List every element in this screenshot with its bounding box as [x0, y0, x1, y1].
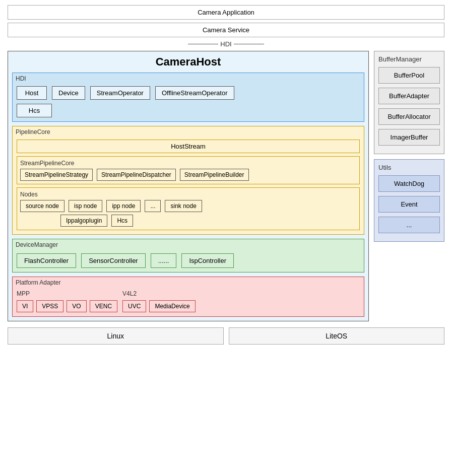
- liteos-box: LiteOS: [229, 327, 445, 345]
- nodes-sub-row: Ippalgoplugin Hcs: [60, 215, 356, 227]
- host-stream-box: HostStream: [17, 140, 360, 153]
- pipeline-core-box: PipelineCore HostStream StreamPipelineCo…: [12, 126, 364, 235]
- source-node: source node: [20, 200, 64, 212]
- mpp-items-row: VI VPSS VO VENC: [17, 300, 117, 312]
- sensor-controller: SensorController: [81, 253, 146, 268]
- platform-adapter-box: Platform Adapter MPP VI VPSS: [12, 277, 364, 317]
- event: Event: [378, 196, 440, 213]
- ippalgoplugin: Ippalgoplugin: [60, 215, 107, 227]
- stream-pipeline-dispatcher: StreamPipelineDispatcher: [97, 169, 176, 181]
- hdi-items-row: Host Device StreamOperator OfflineStream…: [17, 86, 360, 100]
- device-manager-label: DeviceManager: [16, 241, 58, 248]
- camera-service-box: Camera Service: [8, 23, 444, 37]
- hdi-host: Host: [17, 86, 47, 100]
- platform-adapter-label: Platform Adapter: [16, 279, 60, 286]
- device-manager-box: DeviceManager FlashController SensorCont…: [12, 239, 364, 273]
- stream-pipeline-core-label: StreamPipelineCore: [20, 160, 356, 167]
- utils-section: Utils WatchDog Event ...: [374, 159, 444, 242]
- hdi-device: Device: [52, 86, 85, 100]
- stream-items-row: StreamPipelineStrategy StreamPipelineDis…: [20, 169, 356, 181]
- buffer-manager-section: BufferManager BufferPool BufferAdapter B…: [374, 51, 444, 154]
- pipeline-content: HostStream StreamPipelineCore StreamPipe…: [17, 140, 360, 230]
- platform-content: MPP VI VPSS VO: [17, 290, 360, 312]
- stream-pipeline-core-box: StreamPipelineCore StreamPipelineStrateg…: [17, 156, 360, 184]
- nodes-label: Nodes: [20, 191, 356, 198]
- device-items-row: FlashController SensorController ...... …: [17, 253, 360, 268]
- camera-host-box: CameraHost HDI Host Device StreamOperato…: [8, 51, 369, 321]
- hdi-connector-label: HDI: [8, 40, 444, 48]
- liteos-label: LiteOS: [326, 332, 347, 340]
- mpp-label: MPP: [17, 290, 117, 297]
- v4l2-items-row: UVC MediaDevice: [122, 300, 196, 312]
- v4l2-group: V4L2 UVC MediaDevice: [122, 290, 196, 312]
- nodes-box: Nodes source node isp node ipp node: [17, 187, 360, 230]
- buffer-allocator: BufferAllocator: [378, 108, 440, 125]
- hdi-offline-stream-operator: OfflineStreamOperator: [155, 86, 234, 100]
- sink-node: sink node: [165, 200, 202, 212]
- camera-application-label: Camera Application: [198, 9, 254, 16]
- device-ellipsis: ......: [151, 253, 177, 268]
- hdi-inner-label: HDI: [16, 75, 26, 82]
- venc: VENC: [90, 300, 117, 312]
- isp-controller: IspController: [181, 253, 234, 268]
- hdi-stream-operator: StreamOperator: [90, 86, 150, 100]
- vpss: VPSS: [36, 300, 63, 312]
- nodes-hcs: Hcs: [111, 215, 133, 227]
- linux-label: Linux: [107, 332, 124, 340]
- watchdog: WatchDog: [378, 175, 440, 192]
- hdi-hcs: Hcs: [17, 104, 52, 117]
- flash-controller: FlashController: [17, 253, 76, 268]
- bottom-row: Linux LiteOS: [8, 327, 444, 345]
- utils-title: Utils: [378, 164, 440, 171]
- vi: VI: [17, 300, 33, 312]
- left-panel: CameraHost HDI Host Device StreamOperato…: [8, 51, 369, 321]
- mpp-group: MPP VI VPSS VO: [17, 290, 117, 312]
- linux-box: Linux: [8, 327, 224, 345]
- nodes-row: source node isp node ipp node ...: [20, 200, 356, 212]
- nodes-ellipsis: ...: [145, 200, 161, 212]
- isp-node: isp node: [69, 200, 102, 212]
- imager-buffer: ImagerBuffer: [378, 129, 440, 146]
- utils-ellipsis: ...: [378, 217, 440, 233]
- buffer-pool: BufferPool: [378, 67, 440, 84]
- buffer-manager-title: BufferManager: [378, 55, 440, 63]
- camera-host-title: CameraHost: [12, 55, 364, 69]
- camera-service-label: Camera Service: [203, 26, 249, 34]
- main-content-row: CameraHost HDI Host Device StreamOperato…: [8, 51, 444, 321]
- stream-pipeline-builder: StreamPipelineBuilder: [180, 169, 249, 181]
- pipeline-core-label: PipelineCore: [16, 128, 50, 135]
- camera-application-box: Camera Application: [8, 5, 444, 20]
- ipp-node: ipp node: [106, 200, 141, 212]
- vo: VO: [67, 300, 86, 312]
- uvc: UVC: [122, 300, 146, 312]
- stream-pipeline-strategy: StreamPipelineStrategy: [20, 169, 93, 181]
- right-panel: BufferManager BufferPool BufferAdapter B…: [374, 51, 444, 321]
- media-device: MediaDevice: [149, 300, 195, 312]
- hdi-inner-box: HDI Host Device StreamOperator OfflineSt…: [12, 73, 364, 122]
- buffer-adapter: BufferAdapter: [378, 88, 440, 104]
- v4l2-label: V4L2: [122, 290, 196, 297]
